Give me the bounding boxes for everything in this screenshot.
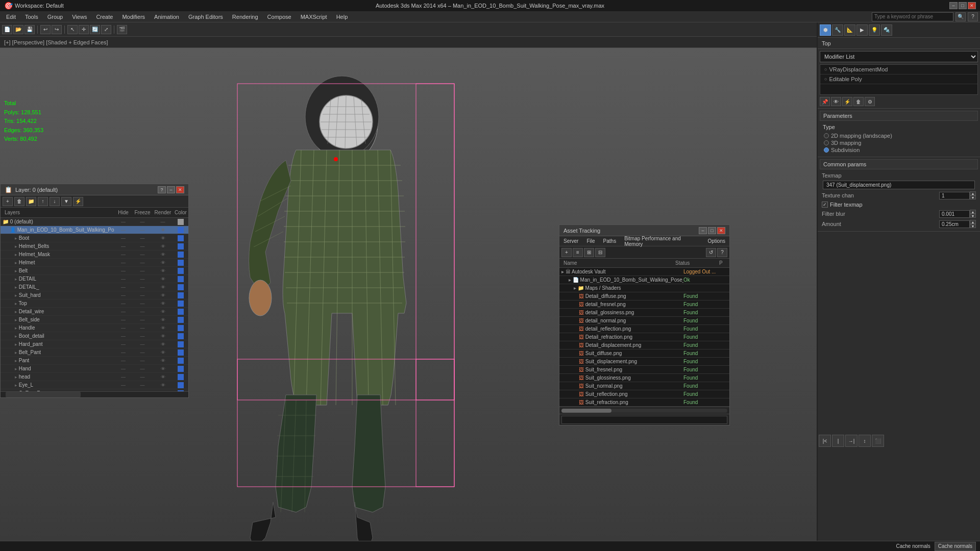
amount-down[interactable]: ▼ <box>970 224 976 228</box>
layer-row-pant[interactable]: ▸ Pant ——👁 <box>1 357 188 365</box>
cache-normals-btn[interactable]: Cache normals <box>935 542 976 551</box>
motion-icon[interactable]: ▶ <box>856 24 868 36</box>
asset-list-icon[interactable]: ≡ <box>573 248 583 257</box>
filter-texmap-checkbox[interactable] <box>822 202 828 208</box>
radio-2d-mapping[interactable]: 2D mapping (landscape) <box>824 132 974 139</box>
modifier-icon[interactable]: 🔧 <box>832 24 843 36</box>
layers-add-icon[interactable]: + <box>3 197 13 206</box>
redo-icon[interactable]: ↪ <box>52 25 62 34</box>
asset-row-detail-displacement[interactable]: 🖼 Detail_displacement.png Found <box>559 341 729 349</box>
nav-icon-3[interactable]: →| <box>845 435 857 447</box>
layer-row-hard-pant[interactable]: ▸ Hard_pant ——👁 <box>1 340 188 348</box>
layers-question-btn[interactable]: ? <box>158 186 166 193</box>
asset-row-suit-displacement[interactable]: 🖼 Suit_displacement.png Found <box>559 358 729 366</box>
asset-row-detail-fresnel[interactable]: 🖼 detail_fresnel.png Found <box>559 300 729 309</box>
filter-blur-up[interactable]: ▲ <box>970 210 976 214</box>
layer-row-helmet-belts[interactable]: ▸ Helmet_Belts ——👁 <box>1 242 188 251</box>
asset-row-detail-normal[interactable]: 🖼 detail_normal.png Found <box>559 317 729 325</box>
asset-row-maps-folder[interactable]: ▸ 📁 Maps / Shaders <box>559 284 729 292</box>
asset-path-input[interactable] <box>561 416 727 424</box>
filter-blur-input[interactable] <box>939 210 970 218</box>
asset-maximize-btn[interactable]: □ <box>708 227 716 234</box>
search-icon[interactable]: 🔍 <box>955 12 966 21</box>
layer-row-detail2[interactable]: ▸ DETAIL_ ——👁 <box>1 283 188 291</box>
amount-input[interactable] <box>939 220 970 228</box>
layer-row-helmet[interactable]: ▸ Helmet ——👁 <box>1 259 188 267</box>
asset-row-suit-normal[interactable]: 🖼 Suit_normal.png Found <box>559 382 729 390</box>
make-unique-icon[interactable]: ⚡ <box>842 97 852 106</box>
asset-row-suit-glossiness[interactable]: 🖼 Suit_glossiness.png Found <box>559 374 729 382</box>
asset-row-detail-diffuse[interactable]: 🖼 Detail_diffuse.png Found <box>559 292 729 300</box>
asset-row-detail-glossiness[interactable]: 🖼 detail_glossiness.png Found <box>559 309 729 317</box>
scale-icon[interactable]: ⤢ <box>101 25 111 34</box>
rotate-icon[interactable]: 🔄 <box>90 25 100 34</box>
show-all-icon[interactable]: 👁 <box>831 97 841 106</box>
layers-minimize-btn[interactable]: – <box>167 186 175 193</box>
asset-minimize-btn[interactable]: – <box>699 227 707 234</box>
nav-icon-4[interactable]: ↕ <box>859 435 871 447</box>
texture-chan-input[interactable] <box>939 192 970 199</box>
maximize-button[interactable]: □ <box>959 2 967 9</box>
asset-menu-options[interactable]: Options <box>706 238 727 244</box>
layers-close-btn[interactable]: ✕ <box>176 186 184 193</box>
asset-scrollbar-container[interactable] <box>559 407 729 414</box>
asset-row-vault[interactable]: ▸ 🏛 Autodesk Vault Logged Out ... <box>559 268 729 276</box>
open-icon[interactable]: 📂 <box>13 25 23 34</box>
radio-subdivision[interactable]: Subdivision <box>824 146 974 154</box>
asset-row-detail-refraction[interactable]: 🖼 Detail_refraction.png Found <box>559 333 729 341</box>
asset-row-suit-reflection[interactable]: 🖼 Suit_reflection.png Found <box>559 390 729 398</box>
layer-row-boot[interactable]: ▸ Boot ——👁 <box>1 234 188 242</box>
display-icon[interactable]: 💡 <box>869 24 880 36</box>
texture-chan-up[interactable]: ▲ <box>970 191 976 195</box>
layers-up-icon[interactable]: ↑ <box>38 197 48 206</box>
layers-merge-icon[interactable]: ⚡ <box>73 197 83 206</box>
amount-up[interactable]: ▲ <box>970 220 976 224</box>
asset-menu-paths[interactable]: Paths <box>601 238 619 244</box>
hierarchy-icon[interactable]: 📐 <box>844 24 855 36</box>
menu-create[interactable]: Create <box>92 13 117 21</box>
layer-row-helmet-mask[interactable]: ▸ Helmet_Mask ——👁 <box>1 251 188 259</box>
select-icon[interactable]: ↖ <box>67 25 78 34</box>
asset-refresh-icon[interactable]: ↺ <box>706 248 716 257</box>
layer-row-main-object[interactable]: 👤 Man_in_EOD_10_Bomb_Suit_Walking_Pose —… <box>1 226 188 234</box>
layer-row-hand[interactable]: ▸ Hand ——👁 <box>1 365 188 373</box>
layers-down-icon[interactable]: ↓ <box>50 197 60 206</box>
menu-rendering[interactable]: Rendering <box>228 13 262 21</box>
texmap-value-field[interactable]: 347 (Suit_displacement.png) <box>823 181 975 189</box>
menu-tools[interactable]: Tools <box>21 13 42 21</box>
layer-row-handle[interactable]: ▸ Handle ——👁 <box>1 324 188 332</box>
minimize-button[interactable]: – <box>949 2 958 9</box>
layer-row-head[interactable]: ▸ head ——👁 <box>1 373 188 381</box>
menu-group[interactable]: Group <box>43 13 67 21</box>
layer-row-detail[interactable]: ▸ DETAIL ——👁 <box>1 275 188 283</box>
asset-menu-bitmap-perf[interactable]: Bitmap Performance and Memory <box>622 235 701 247</box>
layer-row-default[interactable]: 📁 0 (default) — — — <box>1 218 188 226</box>
save-icon[interactable]: 💾 <box>24 25 35 34</box>
utilities-icon[interactable]: 🔩 <box>881 24 892 36</box>
asset-row-suit-diffuse[interactable]: 🖼 Suit_diffuse.png Found <box>559 349 729 358</box>
move-icon[interactable]: ✛ <box>79 25 89 34</box>
menu-help[interactable]: Help <box>332 13 352 21</box>
nav-icon-2[interactable]: | <box>832 435 844 447</box>
asset-menu-server[interactable]: Server <box>561 238 580 244</box>
layers-folder-icon[interactable]: 📁 <box>26 197 36 206</box>
menu-maxscript[interactable]: MAXScript <box>297 13 331 21</box>
menu-compose[interactable]: Compose <box>263 13 296 21</box>
undo-icon[interactable]: ↩ <box>40 25 51 34</box>
menu-edit[interactable]: Edit <box>2 13 20 21</box>
render-icon[interactable]: 🎬 <box>117 25 127 34</box>
search-input[interactable] <box>872 12 953 21</box>
layers-scrollbar[interactable] <box>1 391 188 397</box>
asset-row-main-file[interactable]: ▸ 📄 Man_in_EOD_10_Bomb_Suit_Walking_Pose… <box>559 276 729 284</box>
object-properties-icon[interactable]: ⬢ <box>820 24 831 36</box>
layer-row-detail-wire[interactable]: ▸ Detail_wire ——👁 <box>1 308 188 316</box>
menu-views[interactable]: Views <box>68 13 91 21</box>
layer-row-belt-side[interactable]: ▸ Belt_side ——👁 <box>1 316 188 324</box>
modifier-editable-poly[interactable]: ○ Editable Poly <box>820 74 977 84</box>
radio-3d-mapping[interactable]: 3D mapping <box>824 139 974 146</box>
asset-grid-icon[interactable]: ⊞ <box>584 248 594 257</box>
modifier-list-dropdown[interactable]: Modifier List <box>820 51 978 62</box>
layer-row-top[interactable]: ▸ Top ——👁 <box>1 299 188 308</box>
asset-row-detail-reflection[interactable]: 🖼 detail_reflection.png Found <box>559 325 729 333</box>
asset-add-icon[interactable]: + <box>561 248 572 257</box>
